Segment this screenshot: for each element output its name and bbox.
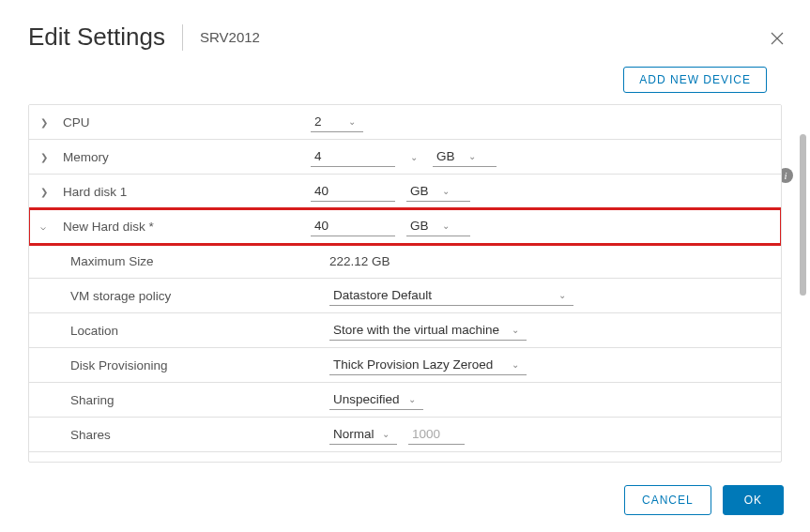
- chevron-down-icon: ⌄: [438, 186, 453, 196]
- location-select[interactable]: Store with the virtual machine⌄: [329, 321, 527, 341]
- header-divider: [182, 24, 183, 51]
- chevron-right-icon[interactable]: ❯: [40, 117, 55, 128]
- ok-button[interactable]: OK: [723, 485, 784, 515]
- provisioning-label: Disk Provisioning: [70, 358, 168, 372]
- row-new-harddisk: ⌵ New Hard disk * GB⌄: [29, 209, 781, 244]
- row-location: Location Store with the virtual machine⌄: [29, 313, 781, 348]
- row-memory: ❯ Memory ⌄ GB⌄: [29, 140, 781, 175]
- chevron-down-icon: ⌄: [438, 220, 453, 231]
- limit-iops-select[interactable]: Unlimited⌄: [329, 461, 414, 464]
- cpu-label: CPU: [63, 115, 90, 129]
- row-storage-policy: VM storage policy Datastore Default⌄: [29, 279, 781, 313]
- cpu-select[interactable]: 2⌄: [311, 113, 363, 132]
- chevron-down-icon: ⌄: [378, 429, 393, 439]
- shares-label: Shares: [70, 428, 111, 442]
- new-hd-unit-select[interactable]: GB⌄: [406, 217, 470, 236]
- dialog-title: Edit Settings: [28, 23, 165, 52]
- row-limit-iops: Limit - IOPs Unlimited⌄: [29, 452, 781, 463]
- hd1-size-input[interactable]: [311, 182, 395, 202]
- provisioning-select[interactable]: Thick Provision Lazy Zeroed⌄: [329, 356, 527, 375]
- hd1-unit-select[interactable]: GB⌄: [406, 182, 470, 202]
- settings-panel: ❯ CPU 2⌄ ❯ Memory ⌄ GB⌄ ❯ Hard disk 1: [28, 104, 782, 463]
- row-cpu: ❯ CPU 2⌄: [29, 105, 781, 140]
- max-size-label: Maximum Size: [70, 254, 154, 268]
- chevron-down-icon: ⌄: [465, 151, 480, 161]
- add-new-device-button[interactable]: ADD NEW DEVICE: [623, 67, 767, 93]
- vm-name: SRV2012: [200, 29, 260, 45]
- row-maximum-size: Maximum Size 222.12 GB: [29, 244, 781, 279]
- scrollbar[interactable]: [800, 134, 806, 296]
- new-hd-size-input[interactable]: [311, 217, 395, 236]
- close-icon[interactable]: [769, 30, 786, 50]
- chevron-down-icon: ⌄: [406, 152, 421, 162]
- chevron-down-icon: ⌄: [344, 116, 359, 127]
- memory-unit-select[interactable]: GB⌄: [433, 147, 497, 167]
- memory-label: Memory: [63, 150, 109, 164]
- storage-policy-label: VM storage policy: [70, 289, 171, 303]
- hd1-label: Hard disk 1: [63, 185, 127, 199]
- chevron-down-icon: ⌄: [508, 325, 523, 335]
- row-harddisk1: ❯ Hard disk 1 GB⌄: [29, 175, 781, 209]
- shares-select[interactable]: Normal⌄: [329, 425, 397, 445]
- location-label: Location: [70, 324, 118, 338]
- sharing-label: Sharing: [70, 393, 115, 407]
- max-size-value: 222.12 GB: [329, 254, 390, 268]
- chevron-down-icon: ⌄: [555, 290, 570, 300]
- shares-value-input: [408, 425, 465, 445]
- storage-policy-select[interactable]: Datastore Default⌄: [329, 286, 573, 306]
- chevron-right-icon[interactable]: ❯: [40, 187, 55, 197]
- sharing-select[interactable]: Unspecified⌄: [329, 390, 423, 410]
- chevron-right-icon[interactable]: ❯: [40, 152, 55, 162]
- cancel-button[interactable]: CANCEL: [624, 485, 711, 515]
- new-hd-label: New Hard disk *: [63, 220, 154, 234]
- chevron-down-icon: ⌄: [405, 394, 420, 404]
- row-sharing: Sharing Unspecified⌄: [29, 383, 781, 418]
- chevron-down-icon[interactable]: ⌵: [40, 221, 55, 232]
- row-shares: Shares Normal⌄: [29, 418, 781, 452]
- chevron-down-icon: ⌄: [508, 359, 523, 370]
- row-disk-provisioning: Disk Provisioning Thick Provision Lazy Z…: [29, 348, 781, 383]
- memory-input[interactable]: [311, 147, 395, 167]
